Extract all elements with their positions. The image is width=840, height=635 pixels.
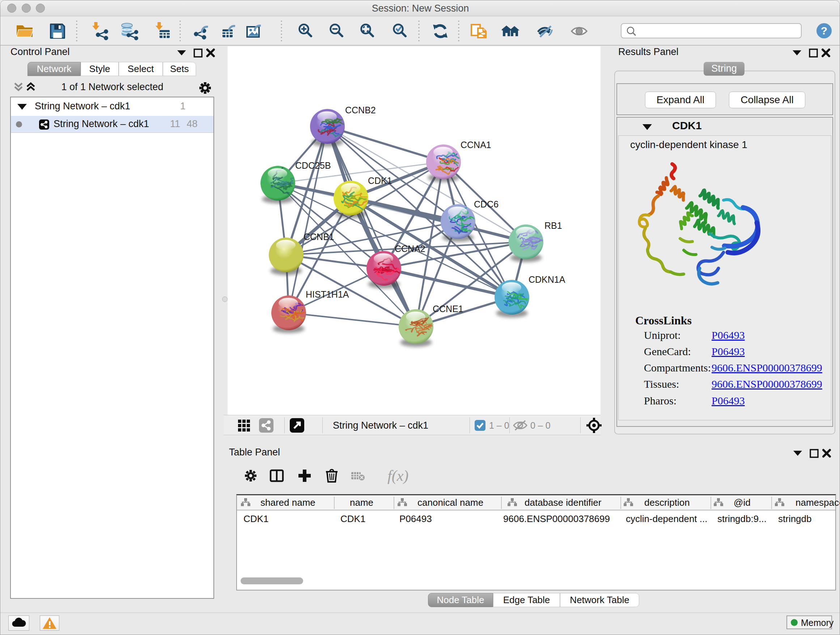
svg-text:CCNA2: CCNA2 (395, 244, 425, 254)
svg-text:CDC6: CDC6 (474, 199, 499, 209)
svg-text:CDC25B: CDC25B (295, 160, 331, 171)
svg-text:f(x): f(x) (387, 467, 409, 485)
svg-text:CDKN1A: CDKN1A (529, 274, 565, 285)
svg-text:CCNE1: CCNE1 (433, 304, 463, 314)
svg-text:RB1: RB1 (545, 220, 562, 231)
svg-text:CDK1: CDK1 (368, 176, 392, 186)
svg-text:CCNA1: CCNA1 (461, 140, 491, 150)
svg-text:HIST1H1A: HIST1H1A (306, 289, 349, 299)
svg-text:?: ? (821, 25, 827, 36)
svg-text:CCNB2: CCNB2 (345, 105, 376, 115)
svg-text:CCNB1: CCNB1 (303, 232, 334, 242)
